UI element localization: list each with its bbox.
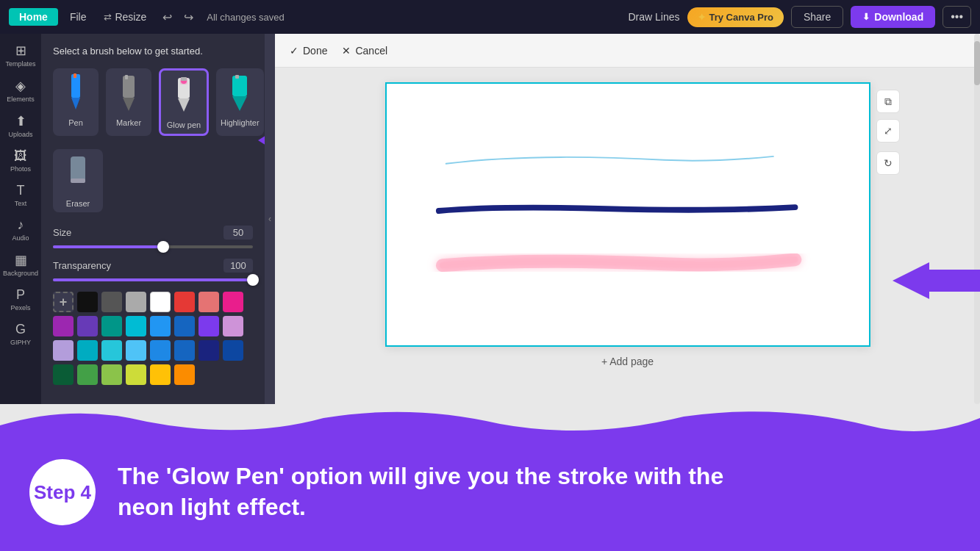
color-light-purple[interactable] — [53, 340, 74, 361]
color-teal[interactable] — [101, 316, 122, 336]
transparency-slider-thumb[interactable] — [247, 274, 259, 286]
done-button[interactable]: Done — [290, 45, 327, 57]
eraser-icon — [60, 154, 96, 198]
more-options-button[interactable]: ••• — [943, 6, 971, 28]
giphy-icon: G — [15, 322, 26, 337]
color-palette: + — [53, 292, 253, 385]
color-dark-green[interactable] — [53, 364, 74, 385]
download-button[interactable]: Download — [851, 6, 935, 28]
brush-glow-pen-label: Glow pen — [167, 120, 201, 129]
color-black[interactable] — [77, 292, 98, 312]
redo-button[interactable]: ↪ — [179, 9, 198, 26]
brush-marker[interactable]: Marker — [106, 68, 151, 136]
color-lavender[interactable] — [223, 316, 243, 336]
color-light-red[interactable] — [198, 292, 219, 312]
color-orange[interactable] — [174, 364, 195, 385]
color-red[interactable] — [174, 292, 195, 312]
color-dark-navy[interactable] — [223, 340, 243, 361]
cancel-button[interactable]: Cancel — [342, 45, 387, 57]
add-color-button[interactable]: + — [53, 292, 74, 312]
color-blue2[interactable] — [150, 340, 171, 361]
main-layout: ⊞ Templates ◈ Elements ⬆ Uploads 🖼 Photo… — [0, 34, 980, 404]
canvas-area: Done Cancel — [275, 34, 980, 404]
color-cyan[interactable] — [126, 316, 146, 336]
panel-collapse-handle[interactable]: ‹ — [265, 34, 275, 404]
topbar-right: Draw Lines Try Canva Pro Share Download … — [628, 6, 971, 28]
size-label: Size — [53, 227, 71, 238]
svg-marker-11 — [232, 96, 247, 111]
canvas-frame[interactable] — [385, 82, 870, 347]
brush-pen-label: Pen — [68, 118, 83, 127]
size-slider-thumb[interactable] — [157, 241, 169, 253]
home-button[interactable]: Home — [9, 8, 58, 26]
glow-pen-icon — [165, 75, 202, 119]
color-dark-blue[interactable] — [174, 316, 195, 336]
eraser-row: Eraser — [53, 149, 253, 212]
sidebar-item-elements[interactable]: ◈ Elements — [2, 73, 39, 107]
sidebar-item-background[interactable]: ▦ Background — [2, 248, 39, 281]
sidebar-item-giphy[interactable]: G GIPHY — [2, 317, 39, 350]
templates-icon: ⊞ — [15, 43, 26, 59]
size-slider-track[interactable] — [53, 245, 253, 248]
wave-decoration — [0, 404, 980, 440]
uploads-icon: ⬆ — [15, 113, 26, 129]
step-content: Step 4 The 'Glow Pen' option will give y… — [0, 459, 809, 525]
color-white[interactable] — [150, 292, 171, 312]
sidebar-item-text[interactable]: T Text — [2, 179, 39, 212]
brush-glow-pen[interactable]: Glow pen — [159, 68, 209, 136]
undo-button[interactable]: ↩ — [158, 9, 176, 26]
svg-marker-7 — [178, 98, 190, 112]
sidebar-label-pexels: Pexels — [10, 304, 30, 311]
sidebar-item-templates[interactable]: ⊞ Templates — [2, 38, 39, 72]
resize-menu[interactable]: Resize — [98, 8, 152, 26]
svg-rect-2 — [74, 73, 76, 78]
color-grid: + — [53, 292, 253, 385]
color-navy[interactable] — [174, 340, 195, 361]
scrollbar-thumb[interactable] — [974, 41, 980, 85]
color-blue[interactable] — [150, 316, 171, 336]
svg-marker-13 — [258, 122, 265, 159]
background-icon: ▦ — [15, 252, 27, 268]
color-amber[interactable] — [150, 364, 171, 385]
canvas-scroll[interactable]: ⧉ ⤢ ↻ + Add page — [275, 68, 980, 404]
color-sky-blue[interactable] — [126, 340, 146, 361]
color-indigo[interactable] — [198, 340, 219, 361]
sidebar-item-audio[interactable]: ♪ Audio — [2, 213, 39, 246]
svg-rect-3 — [123, 76, 135, 98]
text-icon: T — [17, 183, 25, 198]
try-canva-pro-button[interactable]: Try Canva Pro — [687, 7, 784, 27]
canvas-drawing — [387, 84, 869, 345]
color-green[interactable] — [77, 364, 98, 385]
canvas-scrollbar[interactable] — [974, 34, 980, 404]
sidebar-item-photos[interactable]: 🖼 Photos — [2, 144, 39, 177]
color-light-cyan[interactable] — [101, 340, 122, 361]
color-pink[interactable] — [223, 292, 243, 312]
transparency-slider-track[interactable] — [53, 278, 253, 281]
expand-button[interactable]: ⤢ — [876, 119, 900, 143]
color-gray[interactable] — [126, 292, 146, 312]
brush-eraser[interactable]: Eraser — [53, 149, 103, 212]
color-violet[interactable] — [198, 316, 219, 336]
color-lime[interactable] — [126, 364, 146, 385]
color-purple[interactable] — [53, 316, 74, 336]
brush-pen[interactable]: Pen — [53, 68, 99, 136]
color-deep-purple[interactable] — [77, 316, 98, 336]
sidebar-label-templates: Templates — [5, 60, 35, 68]
svg-rect-10 — [232, 76, 247, 96]
duplicate-button[interactable]: ⧉ — [876, 90, 900, 113]
color-light-green[interactable] — [101, 364, 122, 385]
color-cyan2[interactable] — [77, 340, 98, 361]
color-dark-gray[interactable] — [101, 292, 122, 312]
step-number: Step 4 — [34, 481, 91, 504]
sidebar-item-uploads[interactable]: ⬆ Uploads — [2, 109, 39, 143]
svg-rect-12 — [235, 75, 239, 79]
sidebar-item-pexels[interactable]: P Pexels — [2, 283, 39, 316]
refresh-button[interactable]: ↻ — [876, 151, 900, 175]
sidebar-label-elements: Elements — [7, 96, 35, 103]
share-button[interactable]: Share — [791, 6, 843, 28]
photos-icon: 🖼 — [14, 148, 27, 164]
add-page-button[interactable]: + Add page — [385, 347, 870, 376]
draw-lines-label: Draw Lines — [628, 11, 679, 23]
file-menu[interactable]: File — [64, 8, 93, 26]
sidebar-label-photos: Photos — [10, 165, 31, 173]
